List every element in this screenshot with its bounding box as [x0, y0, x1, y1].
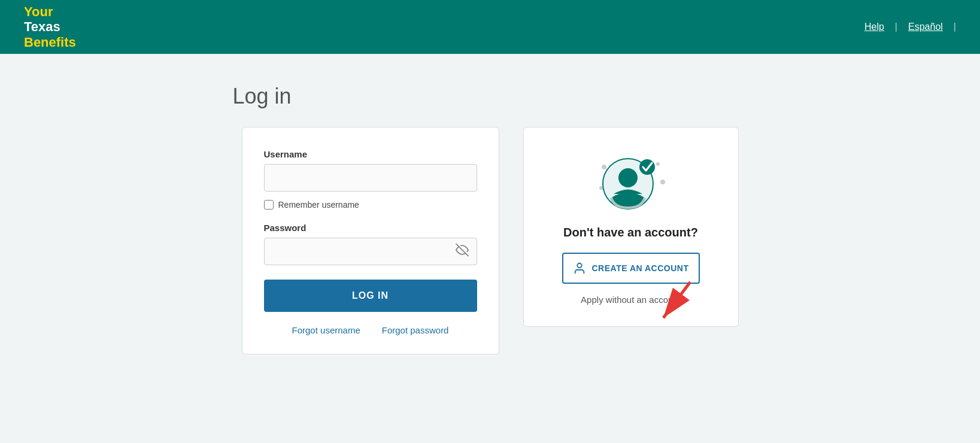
logo-line3: Benefits — [24, 35, 76, 50]
password-label: Password — [264, 223, 477, 233]
nav-divider: | — [895, 22, 897, 32]
links-row: Forgot username Forgot password — [264, 325, 477, 335]
password-input[interactable] — [264, 238, 477, 265]
header-nav: Help | Español | — [864, 22, 956, 32]
svg-point-8 — [639, 159, 655, 175]
logo: Your Texas Benefits — [24, 4, 76, 50]
username-input[interactable] — [264, 164, 477, 192]
svg-point-4 — [599, 186, 603, 190]
remember-checkbox[interactable] — [264, 200, 274, 210]
account-illustration — [592, 149, 670, 215]
espanol-link[interactable]: Español — [908, 22, 943, 32]
logo-line1: Your — [24, 4, 76, 19]
page-title: Log in — [233, 84, 292, 109]
user-add-icon — [573, 262, 586, 275]
remember-label: Remember username — [278, 200, 359, 210]
help-link[interactable]: Help — [864, 22, 884, 32]
login-card: Username Remember username Password — [242, 127, 499, 354]
account-card: Don't have an account? CREATE AN ACCOUNT… — [523, 127, 739, 327]
logo-line2: Texas — [24, 19, 76, 34]
main-content: Log in Username Remember username Passwo… — [0, 54, 980, 378]
red-arrow — [654, 276, 702, 332]
account-card-heading: Don't have an account? — [563, 226, 698, 239]
svg-point-3 — [660, 180, 665, 184]
username-label: Username — [264, 149, 477, 159]
cards-row: Username Remember username Password — [0, 127, 980, 354]
svg-line-11 — [663, 282, 690, 318]
nav-divider2: | — [954, 22, 956, 32]
forgot-username-link[interactable]: Forgot username — [292, 325, 360, 335]
login-button[interactable]: LOG IN — [264, 280, 477, 312]
password-wrapper — [264, 238, 477, 265]
forgot-password-link[interactable]: Forgot password — [382, 325, 449, 335]
svg-point-2 — [656, 162, 660, 166]
remember-row: Remember username — [264, 200, 477, 210]
svg-point-9 — [577, 263, 581, 268]
svg-point-1 — [602, 165, 606, 169]
toggle-password-icon[interactable] — [456, 244, 469, 260]
header: Your Texas Benefits Help | Español | — [0, 0, 980, 54]
svg-point-7 — [622, 169, 634, 181]
create-account-label: CREATE AN ACCOUNT — [592, 263, 689, 273]
